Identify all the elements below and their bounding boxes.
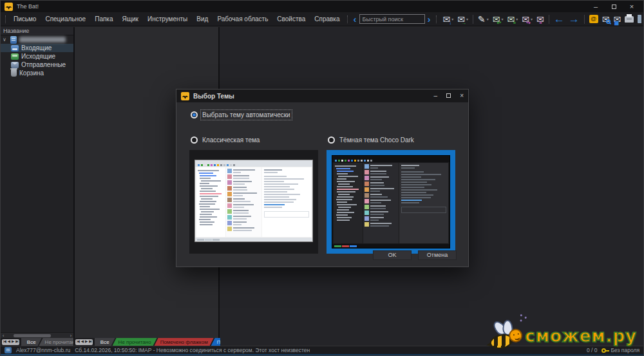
folder-outbox[interactable]: Исходящие (1, 52, 73, 61)
toolbar-grip[interactable] (436, 15, 437, 23)
arrow-right-icon: → (569, 14, 580, 24)
status-bar: ✉ Alex777@nnm-club.ru Сб.14.02.2026, 10:… (1, 346, 643, 354)
mail-status-icon: ✉ (5, 347, 12, 353)
address-book-icon: @ (589, 15, 598, 23)
sent-icon (11, 62, 19, 68)
classic-theme-preview-image (194, 160, 313, 242)
menu-toolbar-row: Письмо Специальное Папка Ящик Инструмент… (1, 12, 643, 26)
the-bat-app-icon (5, 3, 13, 11)
account-address[interactable]: Alex777@nnm-club.ru (16, 347, 70, 353)
reply-all-button[interactable]: ✉ « ▾ (506, 13, 520, 26)
toolbar-grip[interactable] (347, 15, 348, 23)
folder-column-header[interactable]: Название (1, 27, 73, 35)
forward-button[interactable]: ✉ ↪ ▾ (520, 13, 535, 26)
quick-search-input[interactable] (359, 14, 425, 24)
search-prev-icon[interactable]: ‹ (351, 15, 359, 23)
dark-theme-preview-image (332, 155, 450, 248)
compose-button[interactable]: ✎ ▾ (476, 13, 491, 26)
cancel-button[interactable]: Отмена (418, 250, 457, 260)
radio-auto-theme[interactable]: Выбрать тему автоматически (191, 111, 290, 118)
dark-theme-preview[interactable] (327, 150, 455, 254)
dialog-close-button[interactable]: × (460, 93, 464, 99)
chevron-down-icon: ▾ (516, 17, 518, 21)
mailbox-icon (10, 36, 17, 44)
message-tab-all[interactable]: Все (95, 338, 115, 346)
outbox-icon (11, 53, 19, 60)
arrow-left-icon: ← (554, 14, 565, 24)
tab-prev-icon: ◀ (81, 340, 83, 344)
message-tab-flagged[interactable]: Помечено флажком (155, 338, 214, 346)
redirect-button[interactable]: ✉ » ▾ (535, 13, 546, 26)
quick-templates-button[interactable]: ✉ ▦ ▾ (611, 13, 623, 26)
tab-first-icon: |◀ (3, 340, 6, 344)
tab-last-icon: ▶| (89, 340, 91, 344)
message-tab-unread[interactable]: Не прочитано (113, 338, 157, 346)
chevron-down-icon: ▾ (487, 17, 489, 21)
tab-nav-buttons[interactable]: |◀◀▶▶| (2, 339, 19, 345)
dialog-title: Выбор Темы (193, 93, 234, 100)
folder-tab-all[interactable]: Все (21, 338, 42, 346)
address-book-button[interactable]: @ ▾ (587, 13, 600, 26)
folder-pane-hscrollbar[interactable]: ‹ › (1, 332, 73, 338)
menu-special[interactable]: Специальное (41, 14, 90, 24)
menu-help[interactable]: Справка (310, 14, 344, 24)
search-messages-button[interactable]: ✉ ▾ (600, 13, 612, 26)
radio-classic-theme[interactable]: Классическая тема (191, 136, 260, 144)
trash-icon (11, 70, 17, 77)
menu-mailbox[interactable]: Ящик (118, 14, 143, 24)
menu-view[interactable]: Вид (192, 14, 213, 24)
collapse-icon[interactable]: ∨ (3, 37, 8, 42)
dialog-minimize-button[interactable]: – (434, 93, 438, 99)
scroll-left-icon[interactable]: ‹ (1, 333, 6, 338)
print-button[interactable]: ▾ (623, 13, 636, 26)
radio-dark-theme[interactable]: Тёмная тема Choco Dark (328, 136, 414, 144)
folder-pane-tabs: |◀◀▶▶| Все Не прочитано (1, 338, 74, 346)
ok-button[interactable]: OK (373, 250, 412, 260)
folder-trash[interactable]: Корзина (1, 69, 73, 77)
main-toolbar: ✉ ↓ ▾ ✉ → ▾ ▾ ✎ (441, 12, 641, 26)
send-mail-button[interactable]: ✉ → ▾ (455, 13, 470, 26)
the-bat-app-icon (181, 92, 189, 100)
menu-message[interactable]: Письмо (9, 14, 41, 24)
close-button[interactable]: × (624, 2, 639, 11)
folder-inbox[interactable]: Входящие (1, 44, 73, 52)
menu-options[interactable]: Свойства (272, 14, 310, 24)
folder-tab-unread[interactable]: Не прочитано (39, 338, 74, 346)
scrollbar-thumb[interactable] (14, 334, 51, 337)
theme-selection-dialog: Выбор Темы – × Выбрать тему автоматическ… (176, 89, 469, 267)
maximize-button[interactable] (606, 2, 621, 11)
password-status[interactable]: Без пароля (611, 347, 639, 353)
scroll-right-icon[interactable]: › (68, 333, 73, 338)
account-name-redacted (19, 37, 66, 42)
reply-button[interactable]: ✉ ↩ ▾ (491, 13, 506, 26)
folder-pane: Название ∨ Входящие Исходящие О (1, 27, 73, 338)
menu-folder[interactable]: Папка (90, 14, 117, 24)
classic-theme-preview[interactable] (189, 150, 318, 254)
get-mail-button[interactable]: ✉ ↓ ▾ (441, 13, 456, 26)
radio-selected-icon (191, 111, 198, 118)
tab-last-icon: ▶| (15, 340, 18, 344)
message-counter: 0 / 0 (587, 347, 598, 353)
menu-bar: Письмо Специальное Папка Ящик Инструмент… (9, 14, 345, 24)
menu-tools[interactable]: Инструменты (143, 14, 192, 24)
tab-nav-buttons[interactable]: |◀◀▶▶| (75, 339, 93, 345)
window-title: The Bat! (17, 3, 39, 10)
radio-icon (328, 136, 335, 144)
message-pane-tabs: |◀◀▶▶| Все Не прочитано Помечено флажком (74, 338, 220, 346)
tab-prev-icon: ◀ (8, 340, 10, 344)
previous-message-button[interactable]: ← ▾ (552, 13, 567, 26)
move-to-folder-button[interactable]: ↑ ▾ (636, 13, 641, 26)
account-row[interactable]: ∨ (1, 35, 73, 44)
toolbar-grip[interactable] (5, 15, 6, 23)
the-bat-window: The Bat! – × Письмо Специальное Папка Ящ… (0, 0, 644, 356)
menu-workspace[interactable]: Рабочая область (213, 14, 272, 24)
window-bottom-accent (1, 354, 643, 355)
view-tabs-row: |◀◀▶▶| Все Не прочитано |◀◀▶▶| (1, 338, 220, 346)
tab-next-icon: ▶ (85, 340, 87, 344)
search-next-icon[interactable]: › (425, 15, 433, 23)
compose-icon: ✎ (478, 15, 486, 24)
dialog-maximize-button[interactable] (446, 93, 451, 99)
next-message-button[interactable]: → ▾ (567, 13, 582, 26)
inbox-icon (11, 45, 19, 52)
minimize-button[interactable]: – (588, 2, 603, 11)
